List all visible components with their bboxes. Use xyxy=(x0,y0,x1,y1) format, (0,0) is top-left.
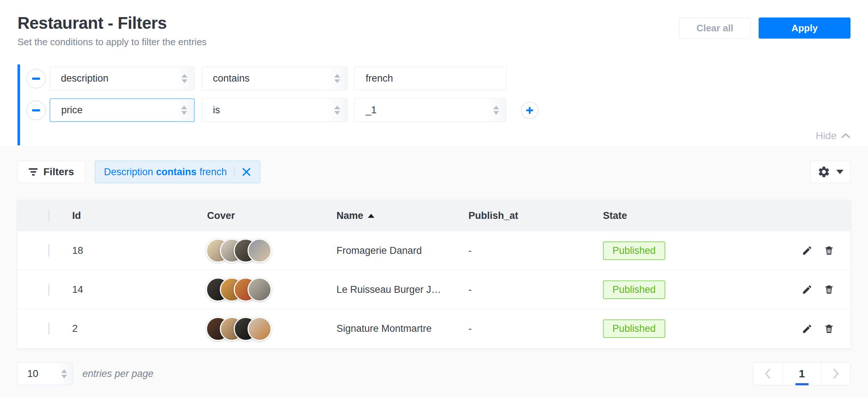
column-header-name-label: Name xyxy=(336,210,363,221)
row-actions xyxy=(789,244,851,257)
clear-all-button[interactable]: Clear all xyxy=(679,17,751,39)
select-all-cell xyxy=(17,210,72,221)
page-header-text: Restaurant - Filters Set the conditions … xyxy=(17,13,207,48)
column-header-publish-at[interactable]: Publish_at xyxy=(468,210,603,221)
add-filter-wrap xyxy=(521,102,538,119)
cell-state: Published xyxy=(603,319,789,338)
row-checkbox[interactable] xyxy=(48,244,50,257)
filter-value-input[interactable]: french xyxy=(354,67,506,90)
select-arrows-icon xyxy=(174,99,194,121)
field-select-value: description xyxy=(50,73,109,84)
page-title: Restaurant - Filters xyxy=(17,13,207,33)
field-select-value: price xyxy=(50,105,83,116)
cell-state: Published xyxy=(603,241,789,260)
filters-toggle-button[interactable]: Filters xyxy=(17,161,85,183)
cell-cover xyxy=(207,317,336,341)
cell-name: Le Ruisseau Burger J… xyxy=(336,284,468,295)
column-header-id[interactable]: Id xyxy=(72,210,207,221)
table-header-row: Id Cover Name Publish_at State xyxy=(17,200,851,231)
filter-value-text: _1 xyxy=(355,105,377,116)
cell-publish-at: - xyxy=(468,284,603,295)
column-header-name[interactable]: Name xyxy=(336,210,468,221)
remove-filter-tag-button[interactable] xyxy=(242,167,251,177)
hide-filters-link[interactable]: Hide xyxy=(816,130,851,142)
edit-button[interactable] xyxy=(801,323,813,335)
filter-tag-value: french xyxy=(199,166,227,178)
table-row[interactable]: 14 Le Ruisseau Burger J… - Published xyxy=(17,270,851,309)
trash-icon xyxy=(824,284,834,295)
tag-divider xyxy=(234,166,234,177)
filter-value-number-input[interactable]: _1 xyxy=(354,98,506,122)
trash-icon xyxy=(824,323,834,334)
row-checkbox[interactable] xyxy=(48,322,50,335)
field-select[interactable]: price xyxy=(50,98,195,122)
entries-per-page-value: 10 xyxy=(18,368,38,380)
filter-icon xyxy=(29,168,38,176)
cell-id: 14 xyxy=(72,284,207,295)
select-arrows-icon xyxy=(56,363,73,385)
edit-button[interactable] xyxy=(801,244,813,257)
chevron-up-icon xyxy=(841,133,851,139)
table-settings-button[interactable] xyxy=(810,161,851,183)
hide-label: Hide xyxy=(816,130,837,142)
header-actions: Clear all Apply xyxy=(679,17,851,39)
filter-row-2: price is _1 xyxy=(26,98,851,122)
delete-button[interactable] xyxy=(823,283,835,296)
filter-tag-operator: contains xyxy=(156,166,196,178)
remove-filter-button[interactable] xyxy=(26,69,46,89)
chevron-down-icon xyxy=(836,170,844,174)
cell-state: Published xyxy=(603,280,789,299)
table-row[interactable]: 2 Signature Montmartre - Published xyxy=(17,309,851,348)
row-actions xyxy=(789,323,851,335)
sort-ascending-icon xyxy=(368,214,374,218)
gear-icon xyxy=(817,165,830,178)
delete-button[interactable] xyxy=(823,244,835,257)
page-subtitle: Set the conditions to apply to filter th… xyxy=(17,36,207,48)
cell-cover xyxy=(207,278,336,302)
remove-filter-button[interactable] xyxy=(26,101,46,120)
select-arrows-icon xyxy=(327,99,347,122)
operator-select[interactable]: contains xyxy=(202,67,347,90)
next-page-button[interactable] xyxy=(821,362,850,385)
table-row[interactable]: 18 Fromagerie Danard - Published xyxy=(17,231,851,270)
row-actions xyxy=(789,283,851,296)
filter-tag-field: Description xyxy=(104,166,153,178)
cell-id: 2 xyxy=(72,323,207,334)
list-toolbar: Filters Description contains french xyxy=(17,161,851,183)
cell-name: Signature Montmartre xyxy=(336,323,468,334)
entries-per-page-select[interactable]: 10 xyxy=(17,362,73,385)
column-header-cover[interactable]: Cover xyxy=(207,210,336,221)
row-checkbox[interactable] xyxy=(48,283,50,296)
status-badge: Published xyxy=(603,319,665,338)
row-checkbox-cell xyxy=(17,245,72,256)
pencil-icon xyxy=(802,323,813,334)
operator-select[interactable]: is xyxy=(202,98,347,122)
filters-button-label: Filters xyxy=(43,166,74,178)
cover-image xyxy=(248,317,272,341)
delete-button[interactable] xyxy=(823,323,835,335)
entries-per-page: 10 entries per page xyxy=(17,362,153,385)
page-number-button[interactable]: 1 xyxy=(782,362,821,385)
cover-image xyxy=(248,239,272,263)
column-header-state[interactable]: State xyxy=(603,210,789,221)
filters-panel: Restaurant - Filters Set the conditions … xyxy=(0,0,868,146)
status-badge: Published xyxy=(603,241,665,260)
previous-page-button[interactable] xyxy=(753,362,782,385)
add-filter-button[interactable] xyxy=(521,102,538,119)
operator-select-value: is xyxy=(202,105,220,116)
edit-button[interactable] xyxy=(801,283,813,296)
filter-row-1: description contains french xyxy=(26,67,851,90)
apply-button[interactable]: Apply xyxy=(759,17,851,39)
hide-row: Hide xyxy=(26,130,851,142)
current-page-number: 1 xyxy=(799,367,805,380)
table-footer: 10 entries per page 1 xyxy=(17,362,851,385)
minus-icon xyxy=(32,109,40,111)
cover-image xyxy=(248,278,272,302)
cover-avatars xyxy=(206,317,336,341)
field-select[interactable]: description xyxy=(50,67,195,90)
select-all-checkbox[interactable] xyxy=(48,209,50,222)
select-arrows-icon xyxy=(175,67,194,90)
cell-publish-at: - xyxy=(468,245,603,256)
cell-id: 18 xyxy=(72,245,207,256)
pencil-icon xyxy=(802,284,813,295)
